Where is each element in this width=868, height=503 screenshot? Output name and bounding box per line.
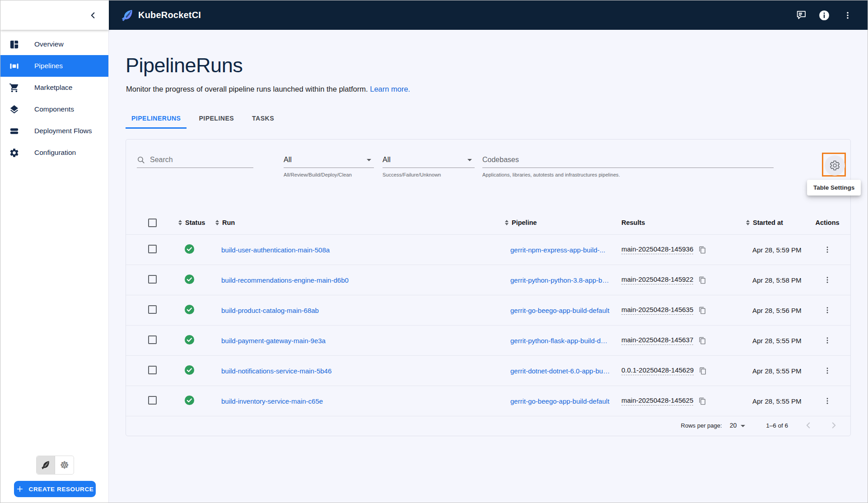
row-checkbox[interactable] [148, 245, 157, 253]
column-header-started-at[interactable]: Started at [742, 219, 814, 226]
tab-pipelineruns[interactable]: PIPELINERUNS [126, 110, 187, 129]
run-link[interactable]: build-user-authentication-main-508a [221, 246, 501, 254]
tab-pipelines[interactable]: PIPELINES [193, 110, 240, 129]
result-value[interactable]: main-20250428-145635 [621, 306, 693, 315]
pipeline-link[interactable]: gerrit-python-python-3.8-app-build-... [510, 276, 611, 284]
tab-tasks[interactable]: TASKS [246, 110, 280, 129]
search-icon [137, 156, 145, 164]
status-success-icon [184, 244, 195, 254]
row-checkbox[interactable] [148, 366, 157, 374]
result-value[interactable]: 0.0.1-20250428-145629 [621, 366, 694, 375]
sidebar-item-deployment-flows[interactable]: Deployment Flows [0, 120, 108, 142]
pipelineruns-table: Status Run Pipeline Results [126, 211, 850, 416]
row-checkbox[interactable] [148, 275, 157, 284]
status-select-value: All [383, 156, 467, 164]
copy-icon[interactable] [699, 276, 706, 284]
sidebar-item-marketplace[interactable]: Marketplace [0, 77, 108, 98]
row-actions-kebab-icon[interactable] [821, 335, 833, 346]
view-toggle-group: ☸ [36, 456, 74, 475]
row-actions-kebab-icon[interactable] [821, 365, 833, 377]
sidebar-collapse-chevron-icon[interactable] [86, 9, 100, 22]
result-value[interactable]: main-20250428-145936 [621, 245, 693, 254]
status-success-icon [184, 274, 195, 284]
pipeline-link[interactable]: gerrit-go-beego-app-build-default [510, 397, 611, 405]
pagination-range: 1–6 of 6 [766, 422, 788, 429]
sidebar-item-configuration[interactable]: Configuration [0, 142, 108, 163]
table-settings-button[interactable] [825, 155, 845, 176]
create-resource-button[interactable]: CREATE RESOURCE [14, 481, 96, 497]
next-page-chevron-icon[interactable] [829, 420, 839, 430]
row-checkbox[interactable] [148, 396, 157, 405]
pipelines-icon [9, 61, 19, 71]
run-link[interactable]: build-payment-gateway-main-9e3a [221, 337, 501, 345]
sort-icon [215, 220, 219, 226]
sidebar-nav: Overview Pipelines Marketplace Component… [0, 30, 108, 163]
learn-more-link[interactable]: Learn more. [370, 85, 410, 93]
rows-per-page-label: Rows per page: [681, 422, 722, 429]
annotation-highlight-box [822, 153, 846, 177]
info-icon[interactable] [818, 9, 831, 22]
pipeline-type-helper: All/Review/Build/Deploy/Clean [284, 172, 352, 177]
column-header-actions: Actions [814, 219, 841, 226]
pipeline-type-value: All [284, 156, 367, 164]
sidebar-item-pipelines[interactable]: Pipelines [0, 55, 108, 77]
rows-per-page-select[interactable]: 20 [730, 422, 746, 429]
result-value[interactable]: main-20250428-145637 [621, 336, 693, 345]
page-description-text: Monitor the progress of overall pipeline… [126, 85, 368, 93]
search-input[interactable] [150, 156, 240, 164]
table-row: build-product-catalog-main-68ab gerrit-g… [126, 295, 850, 326]
sidebar-item-overview[interactable]: Overview [0, 33, 108, 55]
app-window: KubeRocketCI [0, 0, 868, 503]
row-actions-kebab-icon[interactable] [821, 395, 833, 407]
row-actions-kebab-icon[interactable] [821, 244, 833, 256]
status-success-icon [184, 335, 195, 345]
page-description: Monitor the progress of overall pipeline… [126, 85, 410, 93]
header-kebab-menu-icon[interactable] [841, 9, 854, 22]
run-link[interactable]: build-recommendations-engine-main-d6b0 [221, 276, 501, 284]
table-row: build-inventory-service-main-c65e gerrit… [126, 386, 850, 416]
pipeline-link[interactable]: gerrit-python-flask-app-build-default [510, 337, 611, 345]
kubernetes-wheel-icon: ☸ [60, 460, 69, 470]
run-link[interactable]: build-inventory-service-main-c65e [221, 397, 501, 405]
copy-icon[interactable] [699, 367, 707, 375]
pipelineruns-panel: All All/Review/Build/Deploy/Clean All Su… [126, 139, 851, 436]
result-value[interactable]: main-20250428-145625 [621, 396, 693, 405]
codebases-field[interactable]: Codebases [482, 152, 774, 168]
app-logo: KubeRocketCI [121, 9, 201, 22]
pipeline-type-select[interactable]: All [284, 152, 374, 168]
codebases-placeholder: Codebases [482, 156, 519, 164]
select-all-checkbox[interactable] [148, 219, 157, 227]
page-title: PipelineRuns [126, 54, 243, 77]
chevron-down-icon [741, 425, 745, 427]
sidebar-item-components[interactable]: Components [0, 98, 108, 120]
krci-view-toggle[interactable] [37, 456, 55, 474]
row-actions-kebab-icon[interactable] [821, 274, 833, 286]
pipeline-link[interactable]: gerrit-npm-express-app-build-... [510, 246, 611, 254]
copy-icon[interactable] [699, 246, 706, 254]
table-row: build-notifications-service-main-5b46 ge… [126, 356, 850, 386]
pipeline-link[interactable]: gerrit-go-beego-app-build-default [510, 307, 611, 314]
previous-page-chevron-icon[interactable] [803, 420, 813, 430]
feedback-chat-icon[interactable] [794, 9, 807, 22]
copy-icon[interactable] [699, 337, 706, 345]
column-header-run[interactable]: Run [205, 219, 501, 226]
status-success-icon [184, 304, 195, 315]
status-select[interactable]: All [383, 152, 475, 168]
run-link[interactable]: build-product-catalog-main-68ab [221, 307, 501, 314]
result-value[interactable]: main-20250428-145922 [621, 275, 693, 284]
pipeline-link[interactable]: gerrit-dotnet-dotnet-6.0-app-build-... [510, 367, 611, 375]
column-header-status[interactable]: Status [169, 219, 205, 226]
row-actions-kebab-icon[interactable] [821, 304, 833, 316]
sort-icon [505, 220, 509, 226]
run-link[interactable]: build-notifications-service-main-5b46 [221, 367, 501, 375]
column-header-pipeline[interactable]: Pipeline [501, 219, 611, 226]
started-at-value: Apr 28, 5:59 PM [742, 246, 814, 254]
copy-icon[interactable] [699, 397, 706, 405]
copy-icon[interactable] [699, 307, 706, 314]
rocket-logo-icon [121, 9, 134, 22]
kubernetes-view-toggle[interactable]: ☸ [55, 456, 74, 474]
row-checkbox[interactable] [148, 335, 157, 344]
table-settings-tooltip: Table Settings [807, 180, 861, 196]
row-checkbox[interactable] [148, 305, 157, 314]
status-success-icon [184, 365, 195, 375]
